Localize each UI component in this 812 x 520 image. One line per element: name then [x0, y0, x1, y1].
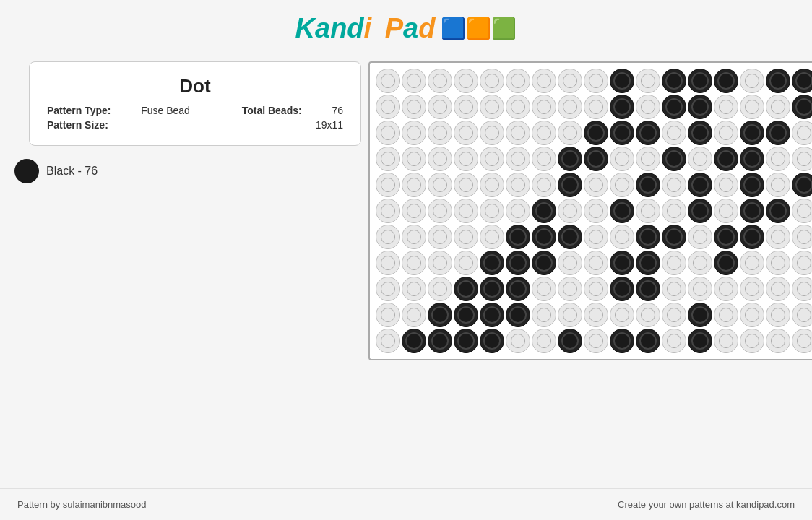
bead	[584, 251, 608, 275]
bead	[714, 277, 738, 301]
bead	[584, 173, 608, 197]
bead	[428, 147, 452, 171]
bead	[766, 121, 790, 145]
bead	[662, 173, 686, 197]
bead	[558, 199, 582, 223]
bead	[506, 277, 530, 301]
left-section: Dot Pattern Type: Fuse Bead Total Beads:…	[0, 54, 361, 368]
bead	[454, 121, 478, 145]
bead	[584, 95, 608, 119]
logo-pad: P	[385, 13, 403, 44]
bead	[688, 121, 712, 145]
logo-kandi: Kand	[295, 13, 364, 44]
bead	[688, 199, 712, 223]
bead	[792, 95, 812, 119]
bead	[428, 251, 452, 275]
bead	[584, 69, 608, 93]
bead	[402, 121, 426, 145]
bead	[688, 95, 712, 119]
bead	[454, 303, 478, 327]
bead	[584, 277, 608, 301]
bead	[532, 329, 556, 353]
bead	[792, 173, 812, 197]
bead	[610, 329, 634, 353]
bead	[454, 277, 478, 301]
bead	[610, 303, 634, 327]
bead	[480, 95, 504, 119]
bead	[376, 95, 400, 119]
bead	[532, 121, 556, 145]
bead	[402, 303, 426, 327]
bead	[506, 147, 530, 171]
pattern-type-label: Pattern Type:	[47, 105, 111, 116]
bead	[532, 95, 556, 119]
bead	[740, 251, 764, 275]
bead	[636, 251, 660, 275]
bead	[792, 251, 812, 275]
bead	[766, 277, 790, 301]
bead	[766, 173, 790, 197]
bead	[480, 147, 504, 171]
bead	[480, 329, 504, 353]
bead	[428, 173, 452, 197]
bead	[558, 225, 582, 249]
pattern-size-row: Pattern Size: 19x11	[47, 119, 343, 131]
bead	[480, 225, 504, 249]
bead	[688, 329, 712, 353]
bead	[662, 121, 686, 145]
bead	[792, 121, 812, 145]
bead	[480, 199, 504, 223]
bead	[480, 251, 504, 275]
bead	[428, 121, 452, 145]
bead	[480, 121, 504, 145]
bead	[610, 277, 634, 301]
bead	[688, 277, 712, 301]
bead	[428, 225, 452, 249]
bead	[402, 329, 426, 353]
color-swatch-black	[14, 159, 39, 183]
bead	[688, 303, 712, 327]
logo-pad-d: d	[418, 13, 435, 44]
bead	[662, 303, 686, 327]
bead	[714, 121, 738, 145]
bead	[506, 251, 530, 275]
logo-space	[374, 13, 382, 44]
bead	[506, 121, 530, 145]
pattern-type-value: Fuse Bead	[141, 105, 190, 116]
bead	[428, 95, 452, 119]
pattern-type-row: Pattern Type: Fuse Bead Total Beads: 76	[47, 105, 343, 116]
bead	[688, 147, 712, 171]
bead	[506, 225, 530, 249]
bead	[584, 329, 608, 353]
bead	[558, 69, 582, 93]
bead	[714, 147, 738, 171]
bead	[714, 303, 738, 327]
bead	[610, 95, 634, 119]
bead	[688, 251, 712, 275]
bead	[740, 147, 764, 171]
bead	[454, 225, 478, 249]
bead	[792, 303, 812, 327]
bead	[558, 147, 582, 171]
bead	[506, 199, 530, 223]
bead	[740, 277, 764, 301]
bead	[610, 225, 634, 249]
bead	[792, 277, 812, 301]
bead	[480, 277, 504, 301]
bead	[402, 225, 426, 249]
bead	[740, 199, 764, 223]
bead	[558, 303, 582, 327]
bead	[506, 303, 530, 327]
bead	[376, 251, 400, 275]
bead	[636, 147, 660, 171]
bead	[740, 121, 764, 145]
bead	[636, 303, 660, 327]
bead	[480, 69, 504, 93]
bead	[636, 277, 660, 301]
bead	[506, 173, 530, 197]
logo-pad-a: a	[403, 13, 418, 44]
pattern-size-label: Pattern Size:	[47, 119, 108, 131]
bead	[480, 303, 504, 327]
bead	[376, 225, 400, 249]
bead	[558, 277, 582, 301]
